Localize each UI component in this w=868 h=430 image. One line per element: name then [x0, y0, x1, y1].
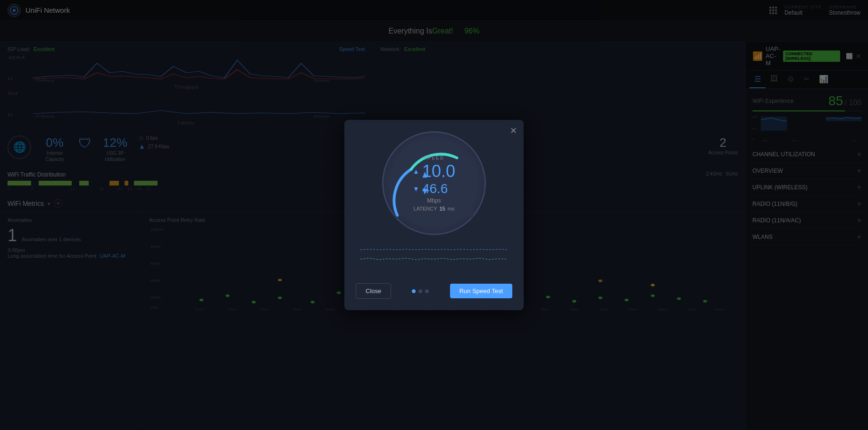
modal-dots — [412, 289, 429, 293]
upload-speed: 46.6 — [422, 181, 448, 196]
speed-label: SPEED — [413, 155, 455, 160]
close-button[interactable]: Close — [356, 283, 391, 299]
speed-gauge: SPEED ▲ 10.0 ▼ 46.6 Mbps LATENCY 15 ms — [356, 131, 512, 235]
download-speed: 10.0 — [422, 161, 455, 181]
run-speed-test-button[interactable]: Run Speed Test — [450, 284, 512, 298]
gauge-outer: SPEED ▲ 10.0 ▼ 46.6 Mbps LATENCY 15 ms — [382, 131, 486, 235]
speed-unit: Mbps — [413, 197, 455, 204]
latency-display: LATENCY 15 ms — [413, 206, 455, 211]
speed-test-modal: ✕ SPEED ▲ 10 — [344, 120, 524, 310]
speed-chart — [356, 243, 512, 276]
dot-1 — [412, 289, 416, 293]
gauge-inner: SPEED ▲ 10.0 ▼ 46.6 Mbps LATENCY 15 ms — [413, 155, 455, 211]
modal-close-button[interactable]: ✕ — [510, 126, 517, 136]
up-arrow: ▲ — [413, 168, 419, 175]
down-arrow: ▼ — [413, 185, 419, 193]
dot-3 — [425, 289, 429, 293]
latency-value: 15 — [439, 206, 445, 211]
modal-overlay[interactable]: ✕ SPEED ▲ 10 — [0, 0, 868, 430]
dot-2 — [418, 289, 422, 293]
modal-footer: Close Run Speed Test — [356, 283, 512, 299]
